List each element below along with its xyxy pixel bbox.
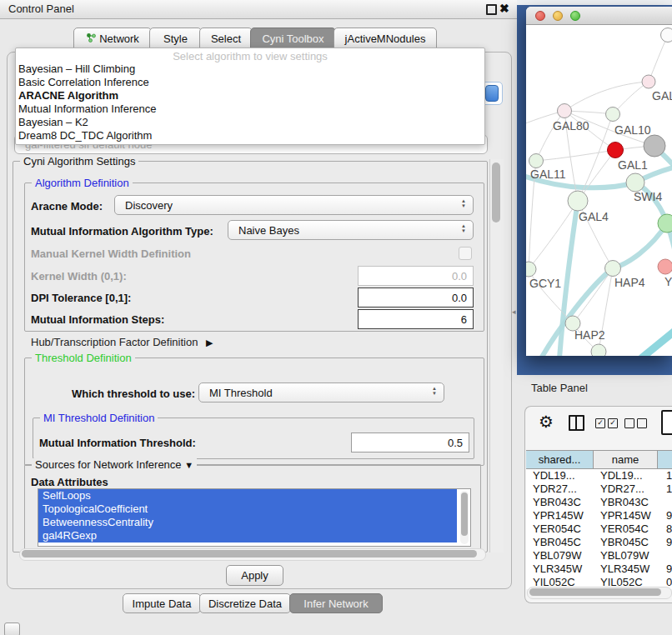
network-node[interactable] — [568, 191, 588, 211]
table-cell[interactable] — [658, 496, 672, 509]
network-node[interactable] — [606, 108, 620, 122]
panel-resize-grabber[interactable]: ◂ — [512, 308, 516, 316]
deselect-all-checkbox-icon[interactable] — [624, 418, 634, 428]
algorithm-option[interactable]: Dream8 DC_TDC Algorithm — [18, 129, 152, 142]
attribute-item[interactable]: BetweennessCentrality — [38, 516, 457, 529]
attribute-item[interactable]: TopologicalCoefficient — [38, 502, 457, 516]
table-cell[interactable]: YBR045C — [526, 536, 594, 549]
tab-network[interactable]: Network — [73, 28, 152, 49]
table-cell[interactable]: YER054C — [526, 522, 594, 536]
aracne-mode-combo[interactable]: Discovery ▲▼ — [114, 195, 474, 215]
float-window-icon[interactable] — [486, 4, 497, 15]
tab-discretize-data[interactable]: Discretize Data — [199, 593, 291, 613]
tab-style[interactable]: Style — [149, 28, 202, 49]
mi-steps-field[interactable]: 6 — [358, 309, 474, 329]
algorithm-option[interactable]: ARACNE Algorithm — [18, 89, 118, 102]
algorithm-option[interactable]: Mutual Information Inference — [18, 102, 156, 116]
select-all-checkbox-icon[interactable]: ✓ — [595, 418, 605, 428]
table-cell[interactable]: YBL079W — [594, 549, 658, 562]
settings-vscrollbar[interactable] — [489, 159, 504, 552]
close-window-icon[interactable]: ✖ — [499, 2, 509, 15]
table-cell[interactable]: YDR27... — [594, 482, 658, 496]
mi-type-combo[interactable]: Naive Bayes ▲▼ — [228, 220, 474, 240]
network-node[interactable] — [658, 214, 672, 232]
list-scrollbar[interactable] — [460, 491, 469, 544]
table-cell[interactable]: YBR043C — [594, 496, 658, 509]
network-node[interactable] — [661, 28, 672, 42]
network-canvas[interactable]: GALGAL80GAL10GAL1GAL11SWI4GAL4GCY1HAP4YH… — [526, 25, 672, 356]
network-edge[interactable] — [613, 223, 667, 268]
zoom-traffic-light[interactable] — [570, 11, 580, 21]
attribute-item[interactable]: gal4RGexp — [38, 529, 457, 542]
table-row[interactable]: YBR043CYBR043C — [526, 496, 672, 509]
network-node[interactable] — [658, 259, 672, 274]
network-window-titlebar[interactable] — [526, 7, 672, 25]
algorithm-option[interactable]: Bayesian – K2 — [18, 116, 88, 129]
tab-cyni-toolbox[interactable]: Cyni Toolbox — [250, 28, 336, 49]
network-node[interactable] — [605, 261, 621, 277]
table-row[interactable]: YLR345WYLR345W9. — [526, 562, 672, 576]
network-node[interactable] — [558, 104, 572, 118]
network-node[interactable] — [642, 75, 655, 88]
data-attributes-list[interactable]: SelfLoopsTopologicalCoefficientBetweenne… — [38, 488, 471, 547]
network-edge[interactable] — [641, 329, 672, 356]
select-all-checkbox-icon2[interactable]: ✓ — [608, 418, 618, 428]
hidden-panel-grip[interactable] — [4, 622, 20, 635]
column-header-name[interactable]: name — [594, 451, 658, 468]
table-cell[interactable]: YLR345W — [526, 562, 594, 576]
network-edge[interactable] — [536, 150, 615, 161]
attribute-item[interactable]: SelfLoops — [38, 489, 457, 502]
table-cell[interactable]: 9. — [658, 562, 672, 576]
table-cell[interactable]: YDL19... — [526, 469, 594, 482]
dpi-tolerance-field[interactable]: 0.0 — [358, 288, 474, 308]
settings-hscrollbar[interactable] — [19, 548, 486, 561]
which-threshold-combo[interactable]: MI Threshold ▲▼ — [198, 382, 444, 402]
document-icon[interactable] — [661, 410, 672, 435]
table-row[interactable]: YPR145WYPR145W9. — [526, 509, 672, 522]
algorithm-option[interactable]: Basic Correlation Inference — [18, 76, 149, 89]
table-row[interactable]: YDR27...YDR27...12 — [526, 482, 672, 496]
manual-kernel-checkbox[interactable] — [459, 247, 472, 260]
table-cell[interactable]: YER054C — [594, 522, 658, 536]
table-cell[interactable]: YLR345W — [594, 562, 658, 576]
network-edge[interactable] — [573, 268, 613, 323]
table-cell[interactable]: YDL19... — [594, 469, 658, 482]
table-row[interactable]: YBR045CYBR045C9. — [526, 536, 672, 549]
network-node[interactable] — [526, 262, 536, 277]
table-cell[interactable]: YBR043C — [526, 496, 594, 509]
network-node[interactable] — [591, 344, 606, 356]
network-node[interactable] — [644, 135, 665, 157]
network-node[interactable] — [608, 142, 624, 158]
table-cell[interactable]: YPR145W — [594, 509, 658, 522]
hub-definition-toggle[interactable]: Hub/Transcription Factor Definition ▶ — [31, 336, 213, 348]
network-window[interactable]: GALGAL80GAL10GAL1GAL11SWI4GAL4GCY1HAP4YH… — [526, 7, 672, 356]
tab-infer-network[interactable]: Infer Network — [289, 593, 383, 613]
table-row[interactable]: YER054CYER054C8. — [526, 522, 672, 536]
gear-icon[interactable]: ⚙ — [539, 412, 554, 432]
table-cell[interactable]: 13 — [658, 469, 672, 482]
apply-button[interactable]: Apply — [226, 565, 283, 586]
deselect-all-checkbox-icon2[interactable] — [637, 418, 647, 428]
tab-impute-data[interactable]: Impute Data — [123, 593, 201, 613]
column-header-shared-name[interactable]: shared... — [526, 451, 594, 468]
table-cell[interactable]: 12 — [658, 482, 672, 496]
table-row[interactable]: YDL19...YDL19...13 — [526, 469, 672, 482]
column-layout-icon[interactable] — [569, 415, 584, 431]
network-node[interactable] — [626, 173, 644, 192]
column-header-partial[interactable]: A — [658, 451, 672, 468]
minimize-traffic-light[interactable] — [553, 11, 563, 21]
table-cell[interactable] — [658, 549, 672, 562]
table-cell[interactable]: YPR145W — [526, 509, 594, 522]
kernel-width-field[interactable]: 0.0 — [358, 266, 474, 286]
table-row[interactable]: YBL079WYBL079W — [526, 549, 672, 562]
table-cell[interactable]: YDR27... — [526, 482, 594, 496]
tab-select[interactable]: Select — [199, 28, 253, 49]
network-edge[interactable] — [564, 82, 649, 111]
close-traffic-light[interactable] — [535, 11, 545, 21]
algorithm-option[interactable]: Bayesian – Hill Climbing — [18, 62, 135, 76]
tab-jactivemnodules[interactable]: jActiveMNodules — [333, 28, 437, 49]
table-cell[interactable]: 8. — [658, 522, 672, 536]
network-edge[interactable] — [649, 35, 668, 82]
network-graph[interactable]: GALGAL80GAL10GAL1GAL11SWI4GAL4GCY1HAP4YH… — [526, 25, 672, 356]
network-node[interactable] — [529, 154, 544, 168]
